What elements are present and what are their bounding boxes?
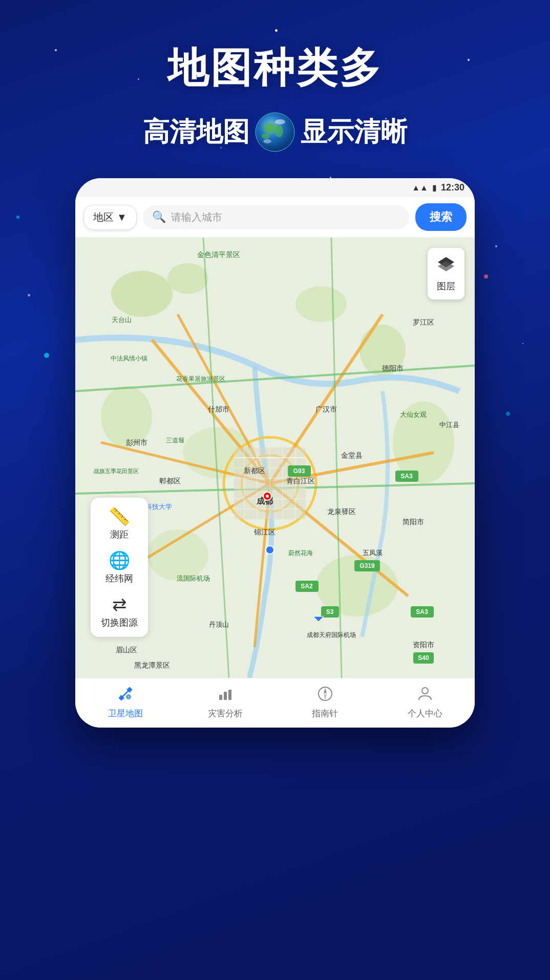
svg-point-9 — [295, 286, 347, 322]
svg-text:龙泉驿区: 龙泉驿区 — [327, 507, 356, 516]
svg-point-0 — [256, 113, 294, 152]
svg-text:SA3: SA3 — [416, 608, 428, 615]
region-dropdown-button[interactable]: 地区 ▼ — [83, 205, 137, 230]
svg-text:流国际机场: 流国际机场 — [177, 574, 210, 582]
map-area[interactable]: G93 SA2 SA3 SA3 G319 S3 S40 — [75, 238, 475, 678]
nav-item-disaster[interactable]: 灾害分析 — [175, 686, 275, 719]
search-input-area[interactable]: 🔍 请输入城市 — [143, 205, 409, 229]
svg-marker-105 — [324, 694, 327, 700]
svg-text:罗江区: 罗江区 — [413, 318, 434, 326]
svg-rect-102 — [228, 690, 231, 700]
dropdown-arrow-icon: ▼ — [117, 211, 127, 223]
svg-text:金色清平景区: 金色清平景区 — [197, 250, 240, 259]
nav-item-profile[interactable]: 个人中心 — [375, 686, 475, 719]
switch-label: 切换图源 — [101, 616, 138, 629]
svg-text:大仙女观: 大仙女观 — [400, 411, 427, 418]
status-time: 12:30 — [441, 182, 464, 193]
svg-point-2 — [275, 125, 283, 137]
signal-icon: ▲▲ — [412, 183, 428, 193]
svg-text:天台山: 天台山 — [112, 316, 132, 324]
svg-point-5 — [263, 139, 271, 143]
svg-text:彭州市: 彭州市 — [126, 438, 147, 446]
svg-marker-104 — [324, 688, 327, 694]
svg-point-99 — [128, 696, 130, 698]
status-bar: ▲▲ ▮ 12:30 — [75, 178, 475, 197]
svg-text:中法风情小镇: 中法风情小镇 — [111, 355, 147, 362]
svg-text:SA2: SA2 — [301, 583, 313, 590]
svg-text:S40: S40 — [418, 654, 429, 662]
search-bar: 地区 ▼ 🔍 请输入城市 搜索 — [75, 197, 475, 238]
layers-icon — [437, 255, 455, 277]
svg-point-88 — [266, 495, 269, 498]
svg-text:五凤溪: 五凤溪 — [363, 549, 383, 557]
compass-icon — [317, 686, 333, 706]
svg-text:眉山区: 眉山区 — [116, 646, 137, 654]
svg-text:资阳市: 资阳市 — [413, 641, 434, 649]
svg-text:新都区: 新都区 — [244, 466, 265, 475]
nav-item-compass[interactable]: 指南针 — [275, 686, 375, 719]
svg-text:中江县: 中江县 — [439, 421, 459, 429]
svg-text:G93: G93 — [293, 467, 305, 475]
svg-text:什邡市: 什邡市 — [207, 405, 229, 413]
svg-point-3 — [262, 133, 270, 139]
phone-mockup-container: ▲▲ ▮ 12:30 地区 ▼ 🔍 请输入城市 搜索 — [0, 178, 550, 728]
svg-text:花香果居旅游景区: 花香果居旅游景区 — [176, 375, 225, 382]
earth-globe-icon — [255, 112, 295, 153]
bottom-nav: 卫星地图 灾害分析 — [75, 678, 475, 728]
region-label: 地区 — [93, 210, 114, 224]
measure-icon: 📏 — [109, 506, 130, 526]
profile-icon — [417, 686, 433, 706]
svg-rect-100 — [219, 695, 222, 700]
nav-disaster-label: 灾害分析 — [208, 708, 243, 719]
disaster-icon — [217, 686, 234, 706]
search-button[interactable]: 搜索 — [415, 203, 467, 231]
hero-section: 地图种类多 高清地图 — [0, 0, 550, 153]
grid-tool-item[interactable]: 🌐 经纬网 — [101, 550, 138, 585]
svg-text:S3: S3 — [326, 608, 334, 615]
svg-point-89 — [266, 546, 274, 554]
search-icon: 🔍 — [152, 210, 166, 224]
search-input[interactable]: 请输入城市 — [171, 210, 222, 224]
svg-point-8 — [167, 263, 208, 294]
subtitle-left: 高清地图 — [143, 114, 249, 150]
grid-label: 经纬网 — [105, 572, 133, 585]
svg-text:蔚然花海: 蔚然花海 — [288, 549, 313, 557]
satellite-icon — [117, 686, 134, 706]
battery-icon: ▮ — [432, 183, 437, 193]
svg-text:三道堰: 三道堰 — [166, 437, 184, 444]
svg-text:成都天府国际机场: 成都天府国际机场 — [307, 631, 356, 638]
svg-rect-101 — [224, 692, 227, 700]
svg-text:金堂县: 金堂县 — [341, 451, 363, 459]
svg-text:SA3: SA3 — [400, 473, 413, 480]
svg-point-98 — [126, 695, 131, 699]
svg-text:黑龙潭景区: 黑龙潭景区 — [134, 661, 170, 669]
measure-label: 测距 — [110, 528, 129, 541]
subtitle-right: 显示清晰 — [301, 114, 407, 150]
svg-text:简阳市: 简阳市 — [403, 518, 424, 526]
svg-point-1 — [264, 123, 276, 133]
svg-point-106 — [422, 688, 428, 694]
svg-text:青白江区: 青白江区 — [286, 477, 315, 485]
svg-text:广汉市: 广汉市 — [315, 405, 337, 413]
nav-profile-label: 个人中心 — [408, 708, 442, 719]
nav-satellite-label: 卫星地图 — [108, 708, 143, 719]
svg-text:锦江区: 锦江区 — [253, 528, 276, 536]
svg-point-4 — [275, 119, 285, 124]
nav-compass-label: 指南针 — [312, 708, 338, 719]
layer-button[interactable]: 图层 — [428, 248, 464, 300]
main-title: 地图种类多 — [0, 41, 550, 96]
subtitle-row: 高清地图 显示清晰 — [0, 112, 550, 153]
switch-icon: ⇄ — [112, 594, 126, 614]
tool-panel: 📏 测距 🌐 经纬网 ⇄ 切换图源 — [91, 498, 148, 637]
grid-icon: 🌐 — [109, 550, 130, 570]
svg-point-7 — [111, 271, 173, 317]
svg-text:G319: G319 — [359, 562, 375, 569]
svg-text:战旗五季花田景区: 战旗五季花田景区 — [94, 468, 139, 474]
phone-mockup: ▲▲ ▮ 12:30 地区 ▼ 🔍 请输入城市 搜索 — [75, 178, 475, 728]
svg-text:郫都区: 郫都区 — [159, 477, 181, 485]
svg-text:德阳市: 德阳市 — [382, 364, 404, 372]
svg-point-15 — [147, 529, 208, 581]
switch-source-tool-item[interactable]: ⇄ 切换图源 — [101, 594, 138, 629]
nav-item-satellite[interactable]: 卫星地图 — [75, 686, 175, 719]
measure-tool-item[interactable]: 📏 测距 — [101, 506, 138, 541]
